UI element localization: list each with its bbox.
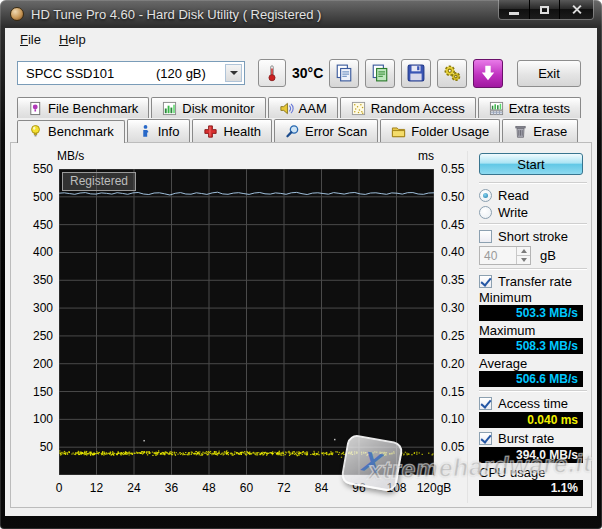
speaker-icon bbox=[279, 101, 294, 116]
tab-random-access[interactable]: Random Access bbox=[340, 97, 476, 118]
toolbar-buttons bbox=[329, 59, 503, 88]
spinner-up-button[interactable] bbox=[517, 247, 530, 256]
maximum-value: 508.3 MB/s bbox=[479, 338, 583, 354]
capacity-spinner[interactable]: 40 bbox=[479, 246, 531, 265]
tab-label: Random Access bbox=[371, 101, 465, 116]
info-icon bbox=[138, 124, 153, 139]
random-access-icon bbox=[351, 101, 366, 116]
short-stroke-option[interactable]: Short stroke bbox=[479, 228, 589, 244]
tab-label: Health bbox=[223, 124, 261, 139]
average-value: 506.6 MB/s bbox=[479, 371, 583, 387]
menu-item-help[interactable]: Help bbox=[50, 30, 95, 49]
close-button[interactable] bbox=[559, 0, 593, 19]
temperature-button[interactable] bbox=[258, 59, 286, 87]
separator bbox=[479, 268, 587, 270]
minimize-icon bbox=[509, 12, 519, 15]
app-window: HD Tune Pro 4.60 - Hard Disk Utility ( R… bbox=[0, 0, 602, 529]
capacity-row: 40 gB bbox=[479, 246, 589, 265]
registered-badge: Registered bbox=[62, 172, 136, 191]
lightbulb-icon bbox=[28, 124, 43, 139]
minimum-label: Minimum bbox=[479, 290, 589, 304]
burst-rate-value: 394.0 MB/s bbox=[479, 447, 583, 463]
minimum-value: 503.3 MB/s bbox=[479, 305, 583, 321]
menu-item-file[interactable]: File bbox=[11, 30, 50, 49]
save-icon bbox=[407, 64, 425, 82]
tab-folder-usage[interactable]: Folder Usage bbox=[380, 119, 500, 142]
gears-icon bbox=[443, 64, 461, 82]
page-bulb-icon bbox=[28, 101, 43, 116]
y-axis-tick: 100 bbox=[17, 412, 53, 426]
tab-extra-tests[interactable]: Extra tests bbox=[478, 97, 581, 118]
exit-button[interactable]: Exit bbox=[517, 60, 581, 87]
temperature-value: 30°C bbox=[292, 65, 323, 81]
y-axis-tick: 0.25 bbox=[441, 329, 477, 343]
access-time-label: Access time bbox=[498, 396, 568, 411]
cpu-usage-value: 1.1% bbox=[479, 480, 583, 496]
copy-image-icon bbox=[371, 64, 389, 82]
y-axis-tick: 0.35 bbox=[441, 273, 477, 287]
thermometer-icon bbox=[263, 64, 281, 82]
access-time-option[interactable]: Access time bbox=[479, 395, 589, 411]
start-button[interactable]: Start bbox=[479, 153, 583, 175]
tab-erase[interactable]: Erase bbox=[502, 119, 578, 142]
tab-label: Erase bbox=[533, 124, 567, 139]
y-axis-tick: 300 bbox=[17, 301, 53, 315]
maximize-button[interactable] bbox=[529, 0, 559, 19]
tab-label: AAM bbox=[299, 101, 327, 116]
transfer-rate-option[interactable]: Transfer rate bbox=[479, 273, 589, 289]
y-axis-tick: 150 bbox=[17, 385, 53, 399]
separator bbox=[479, 182, 587, 184]
tab-label: Info bbox=[158, 124, 180, 139]
transfer-rate-label: Transfer rate bbox=[498, 274, 572, 289]
burst-rate-option[interactable]: Burst rate bbox=[479, 430, 589, 446]
separator bbox=[479, 223, 587, 225]
options-button[interactable] bbox=[437, 59, 467, 88]
drive-name: SPCC SSD101 bbox=[26, 66, 114, 81]
read-option[interactable]: Read bbox=[479, 187, 589, 203]
tab-aam[interactable]: AAM bbox=[268, 97, 338, 118]
save-button[interactable] bbox=[401, 59, 431, 88]
tab-health[interactable]: Health bbox=[192, 119, 272, 142]
separator bbox=[479, 390, 587, 392]
drive-size: (120 gB) bbox=[156, 66, 206, 81]
health-icon bbox=[203, 124, 218, 139]
y-axis-tick: 250 bbox=[17, 329, 53, 343]
read-radio[interactable] bbox=[479, 189, 492, 202]
access-time-checkbox[interactable] bbox=[479, 397, 492, 410]
minimize-button[interactable] bbox=[499, 0, 529, 19]
y-axis-tick: 350 bbox=[17, 273, 53, 287]
client-area: FileHelp SPCC SSD101 (120 gB) 30°C Exit … bbox=[5, 28, 597, 516]
tab-label: Error Scan bbox=[305, 124, 367, 139]
update-button[interactable] bbox=[473, 59, 503, 88]
write-radio[interactable] bbox=[479, 206, 492, 219]
tab-disk-monitor[interactable]: Disk monitor bbox=[151, 97, 265, 118]
tab-label: Folder Usage bbox=[411, 124, 489, 139]
write-option[interactable]: Write bbox=[479, 204, 589, 220]
drive-select[interactable]: SPCC SSD101 (120 gB) bbox=[17, 61, 245, 85]
tab-error-scan[interactable]: Error Scan bbox=[274, 119, 378, 142]
burst-rate-label: Burst rate bbox=[498, 431, 554, 446]
y-axis-tick: 0.50 bbox=[441, 190, 477, 204]
tab-row-bottom: BenchmarkInfoHealthError ScanFolder Usag… bbox=[5, 118, 597, 142]
arrow-up-icon bbox=[521, 249, 527, 253]
transfer-rate-checkbox[interactable] bbox=[479, 275, 492, 288]
y-axis-tick: 400 bbox=[17, 245, 53, 259]
tab-info[interactable]: Info bbox=[127, 119, 191, 142]
maximum-label: Maximum bbox=[479, 323, 589, 337]
copy-text-button[interactable] bbox=[329, 59, 359, 88]
close-icon bbox=[571, 4, 582, 15]
spinner-down-button[interactable] bbox=[517, 256, 530, 264]
tab-benchmark[interactable]: Benchmark bbox=[17, 120, 125, 143]
y-axis-tick: 0.15 bbox=[441, 385, 477, 399]
x-axis-tick: 120gB bbox=[412, 481, 456, 495]
menubar: FileHelp bbox=[5, 28, 597, 50]
magnifier-icon bbox=[285, 124, 300, 139]
burst-rate-checkbox[interactable] bbox=[479, 432, 492, 445]
write-label: Write bbox=[498, 205, 528, 220]
short-stroke-checkbox[interactable] bbox=[479, 230, 492, 243]
y-axis-tick: 0.40 bbox=[441, 245, 477, 259]
access-time-value: 0.040 ms bbox=[479, 412, 583, 428]
chevron-down-icon[interactable] bbox=[225, 64, 242, 82]
copy-image-button[interactable] bbox=[365, 59, 395, 88]
tab-file-benchmark[interactable]: File Benchmark bbox=[17, 97, 149, 118]
